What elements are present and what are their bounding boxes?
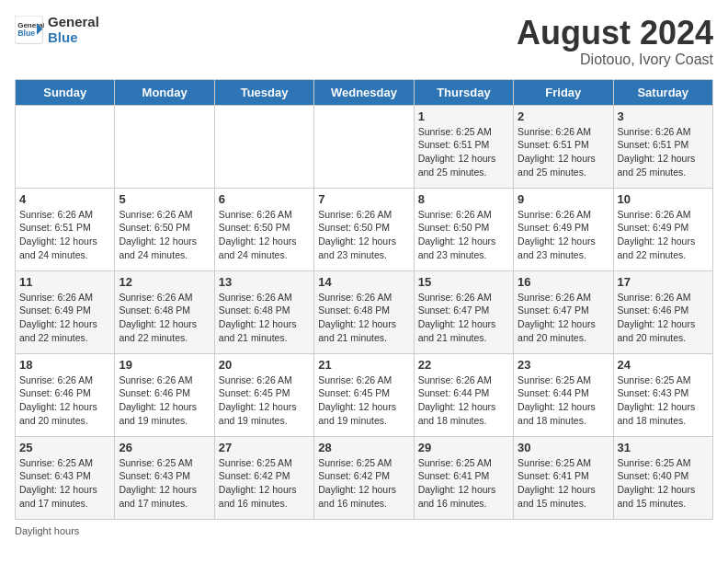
day-info: Sunrise: 6:26 AM Sunset: 6:48 PM Dayligh… xyxy=(219,291,310,345)
calendar-cell xyxy=(314,105,414,188)
weekday-header: Thursday xyxy=(414,79,513,105)
day-number: 11 xyxy=(19,275,110,289)
day-info: Sunrise: 6:26 AM Sunset: 6:47 PM Dayligh… xyxy=(418,291,509,345)
day-info: Sunrise: 6:26 AM Sunset: 6:49 PM Dayligh… xyxy=(618,208,709,262)
calendar-cell: 16Sunrise: 6:26 AM Sunset: 6:47 PM Dayli… xyxy=(514,270,613,353)
weekday-header-row: SundayMondayTuesdayWednesdayThursdayFrid… xyxy=(16,79,713,105)
calendar-cell: 23Sunrise: 6:25 AM Sunset: 6:44 PM Dayli… xyxy=(514,353,613,436)
calendar-cell: 29Sunrise: 6:25 AM Sunset: 6:41 PM Dayli… xyxy=(414,436,513,519)
calendar-cell: 10Sunrise: 6:26 AM Sunset: 6:49 PM Dayli… xyxy=(613,188,712,270)
calendar-cell: 5Sunrise: 6:26 AM Sunset: 6:50 PM Daylig… xyxy=(115,188,214,270)
day-number: 21 xyxy=(318,358,409,372)
logo: General Blue General Blue xyxy=(15,15,99,45)
day-info: Sunrise: 6:26 AM Sunset: 6:49 PM Dayligh… xyxy=(518,208,609,262)
day-info: Sunrise: 6:26 AM Sunset: 6:50 PM Dayligh… xyxy=(119,208,210,262)
day-info: Sunrise: 6:26 AM Sunset: 6:46 PM Dayligh… xyxy=(19,373,110,428)
calendar-cell: 9Sunrise: 6:26 AM Sunset: 6:49 PM Daylig… xyxy=(514,188,613,270)
calendar-cell xyxy=(16,105,115,188)
calendar-cell: 24Sunrise: 6:25 AM Sunset: 6:43 PM Dayli… xyxy=(613,353,712,436)
calendar-week-row: 25Sunrise: 6:25 AM Sunset: 6:43 PM Dayli… xyxy=(16,436,713,519)
day-number: 30 xyxy=(518,441,609,454)
calendar-week-row: 11Sunrise: 6:26 AM Sunset: 6:49 PM Dayli… xyxy=(16,270,713,353)
day-info: Sunrise: 6:26 AM Sunset: 6:49 PM Dayligh… xyxy=(19,291,110,345)
day-number: 23 xyxy=(518,358,609,372)
calendar-cell: 19Sunrise: 6:26 AM Sunset: 6:46 PM Dayli… xyxy=(115,353,214,436)
weekday-header: Sunday xyxy=(16,79,115,105)
day-number: 24 xyxy=(618,358,709,372)
day-number: 7 xyxy=(318,192,409,206)
day-number: 12 xyxy=(119,275,210,289)
calendar-week-row: 4Sunrise: 6:26 AM Sunset: 6:51 PM Daylig… xyxy=(16,188,713,270)
calendar-cell: 4Sunrise: 6:26 AM Sunset: 6:51 PM Daylig… xyxy=(16,188,115,270)
day-info: Sunrise: 6:26 AM Sunset: 6:45 PM Dayligh… xyxy=(219,373,310,428)
logo-general: General xyxy=(48,15,99,30)
footer-note: Daylight hours xyxy=(15,525,713,536)
day-number: 19 xyxy=(119,358,210,372)
day-info: Sunrise: 6:25 AM Sunset: 6:42 PM Dayligh… xyxy=(318,456,409,511)
page-subtitle: Diotouo, Ivory Coast xyxy=(517,52,713,68)
calendar-cell: 27Sunrise: 6:25 AM Sunset: 6:42 PM Dayli… xyxy=(214,436,313,519)
day-info: Sunrise: 6:26 AM Sunset: 6:45 PM Dayligh… xyxy=(318,373,409,428)
day-number: 2 xyxy=(518,109,609,123)
day-number: 10 xyxy=(618,192,709,206)
calendar-cell: 30Sunrise: 6:25 AM Sunset: 6:41 PM Dayli… xyxy=(514,436,613,519)
calendar-cell: 18Sunrise: 6:26 AM Sunset: 6:46 PM Dayli… xyxy=(16,353,115,436)
calendar-cell: 12Sunrise: 6:26 AM Sunset: 6:48 PM Dayli… xyxy=(115,270,214,353)
day-info: Sunrise: 6:26 AM Sunset: 6:47 PM Dayligh… xyxy=(518,291,609,345)
day-number: 16 xyxy=(518,275,609,289)
day-info: Sunrise: 6:26 AM Sunset: 6:51 PM Dayligh… xyxy=(618,125,709,179)
day-info: Sunrise: 6:25 AM Sunset: 6:44 PM Dayligh… xyxy=(518,373,609,428)
logo-blue: Blue xyxy=(48,30,99,46)
day-number: 26 xyxy=(119,441,210,454)
footer-text: Daylight hours xyxy=(15,525,79,536)
day-number: 31 xyxy=(618,441,709,454)
day-info: Sunrise: 6:25 AM Sunset: 6:41 PM Dayligh… xyxy=(418,456,509,511)
day-info: Sunrise: 6:25 AM Sunset: 6:51 PM Dayligh… xyxy=(418,125,509,179)
calendar-cell xyxy=(214,105,313,188)
day-number: 5 xyxy=(119,192,210,206)
calendar-cell: 8Sunrise: 6:26 AM Sunset: 6:50 PM Daylig… xyxy=(414,188,513,270)
calendar-cell: 2Sunrise: 6:26 AM Sunset: 6:51 PM Daylig… xyxy=(514,105,613,188)
day-number: 15 xyxy=(418,275,509,289)
calendar-cell: 15Sunrise: 6:26 AM Sunset: 6:47 PM Dayli… xyxy=(414,270,513,353)
calendar-cell: 14Sunrise: 6:26 AM Sunset: 6:48 PM Dayli… xyxy=(314,270,414,353)
day-info: Sunrise: 6:26 AM Sunset: 6:44 PM Dayligh… xyxy=(418,373,509,428)
day-number: 9 xyxy=(518,192,609,206)
calendar-cell: 25Sunrise: 6:25 AM Sunset: 6:43 PM Dayli… xyxy=(16,436,115,519)
calendar-cell: 3Sunrise: 6:26 AM Sunset: 6:51 PM Daylig… xyxy=(613,105,712,188)
day-number: 22 xyxy=(418,358,509,372)
day-number: 4 xyxy=(19,192,110,206)
calendar-week-row: 1Sunrise: 6:25 AM Sunset: 6:51 PM Daylig… xyxy=(16,105,713,188)
day-info: Sunrise: 6:26 AM Sunset: 6:46 PM Dayligh… xyxy=(119,373,210,428)
day-info: Sunrise: 6:26 AM Sunset: 6:50 PM Dayligh… xyxy=(418,208,509,262)
day-info: Sunrise: 6:25 AM Sunset: 6:43 PM Dayligh… xyxy=(618,373,709,428)
day-info: Sunrise: 6:25 AM Sunset: 6:43 PM Dayligh… xyxy=(19,456,110,511)
calendar-cell: 21Sunrise: 6:26 AM Sunset: 6:45 PM Dayli… xyxy=(314,353,414,436)
calendar-cell: 1Sunrise: 6:25 AM Sunset: 6:51 PM Daylig… xyxy=(414,105,513,188)
calendar-cell xyxy=(115,105,214,188)
weekday-header: Tuesday xyxy=(214,79,313,105)
day-info: Sunrise: 6:26 AM Sunset: 6:50 PM Dayligh… xyxy=(219,208,310,262)
day-info: Sunrise: 6:26 AM Sunset: 6:46 PM Dayligh… xyxy=(618,291,709,345)
day-number: 27 xyxy=(219,441,310,454)
calendar-cell: 6Sunrise: 6:26 AM Sunset: 6:50 PM Daylig… xyxy=(214,188,313,270)
day-number: 28 xyxy=(318,441,409,454)
day-info: Sunrise: 6:25 AM Sunset: 6:43 PM Dayligh… xyxy=(119,456,210,511)
header: General Blue General Blue August 2024 Di… xyxy=(15,15,713,68)
calendar-cell: 13Sunrise: 6:26 AM Sunset: 6:48 PM Dayli… xyxy=(214,270,313,353)
calendar-cell: 31Sunrise: 6:25 AM Sunset: 6:40 PM Dayli… xyxy=(613,436,712,519)
day-number: 1 xyxy=(418,109,509,123)
calendar-cell: 11Sunrise: 6:26 AM Sunset: 6:49 PM Dayli… xyxy=(16,270,115,353)
calendar-cell: 20Sunrise: 6:26 AM Sunset: 6:45 PM Dayli… xyxy=(214,353,313,436)
day-info: Sunrise: 6:25 AM Sunset: 6:42 PM Dayligh… xyxy=(219,456,310,511)
day-number: 25 xyxy=(19,441,110,454)
page-title: August 2024 xyxy=(517,15,713,52)
day-number: 20 xyxy=(219,358,310,372)
svg-text:Blue: Blue xyxy=(17,29,35,38)
day-number: 8 xyxy=(418,192,509,206)
calendar-cell: 22Sunrise: 6:26 AM Sunset: 6:44 PM Dayli… xyxy=(414,353,513,436)
weekday-header: Wednesday xyxy=(314,79,414,105)
calendar-cell: 28Sunrise: 6:25 AM Sunset: 6:42 PM Dayli… xyxy=(314,436,414,519)
day-info: Sunrise: 6:25 AM Sunset: 6:40 PM Dayligh… xyxy=(618,456,709,511)
day-number: 13 xyxy=(219,275,310,289)
